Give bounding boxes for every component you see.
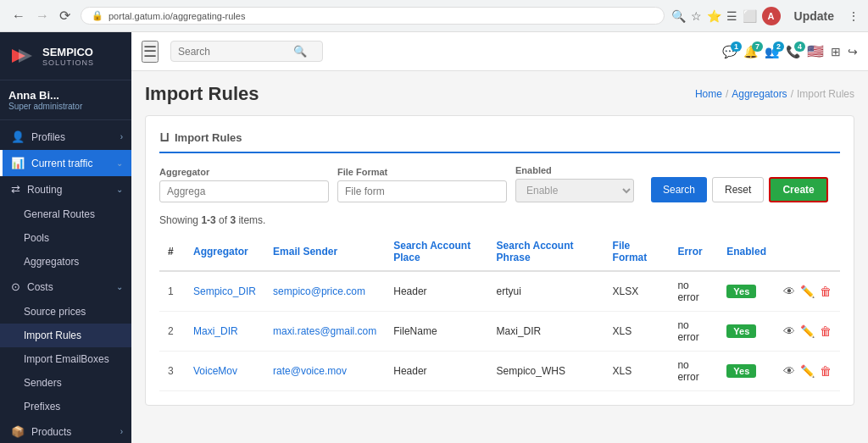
sidebar-item-routing[interactable]: ⇄ Routing ⌄ bbox=[0, 176, 131, 202]
col-error[interactable]: Error bbox=[669, 233, 718, 271]
cell-email: maxi.rates@gmail.com bbox=[264, 312, 385, 352]
alert-badge: 7 bbox=[752, 42, 763, 52]
star-icon[interactable]: ⭐ bbox=[707, 9, 721, 23]
sidebar-item-profiles[interactable]: 👤 Profiles › bbox=[0, 124, 131, 150]
sidebar-item-costs[interactable]: ⊙ Costs ⌄ bbox=[0, 274, 131, 300]
sidebar-item-products[interactable]: 📦 Products › bbox=[0, 418, 131, 443]
sidebar-item-source-prices[interactable]: Source prices bbox=[0, 300, 131, 324]
sidebar-item-senders[interactable]: Senders bbox=[0, 371, 131, 395]
sidebar-label-prefixes: Prefixes bbox=[24, 401, 60, 413]
delete-button[interactable]: 🗑 bbox=[820, 324, 832, 338]
view-button[interactable]: 👁 bbox=[783, 285, 795, 298]
breadcrumb-aggregators[interactable]: Aggregators bbox=[732, 88, 787, 100]
col-file-format[interactable]: File Format bbox=[604, 233, 670, 271]
topbar: ☰ 🔍 💬1 🔔7 👥2 📞4 🇺🇸 ⊞ bbox=[131, 32, 868, 71]
cell-aggregator[interactable]: VoiceMov bbox=[185, 352, 264, 391]
menu-browser-icon[interactable]: ☰ bbox=[726, 9, 737, 23]
table-body: 1 Sempico_DIR sempico@price.com Header e… bbox=[159, 271, 840, 391]
cell-aggregator[interactable]: Maxi_DIR bbox=[185, 312, 264, 352]
reload-button[interactable]: ⟳ bbox=[56, 6, 74, 25]
col-email-sender[interactable]: Email Sender bbox=[264, 233, 385, 271]
delete-button[interactable]: 🗑 bbox=[820, 285, 832, 298]
aggregator-input[interactable] bbox=[159, 180, 329, 202]
sidebar-item-import-emailboxes[interactable]: Import EmailBoxes bbox=[0, 347, 131, 371]
products-icon: 📦 bbox=[11, 425, 25, 438]
search-input[interactable] bbox=[178, 46, 288, 58]
bookmark-icon[interactable]: ☆ bbox=[691, 9, 702, 23]
browser-navigation[interactable]: ← → ⟳ bbox=[8, 6, 74, 25]
chevron-costs: ⌄ bbox=[116, 282, 123, 291]
cell-enabled: Yes bbox=[718, 312, 775, 352]
cell-error: no error bbox=[669, 312, 718, 352]
sidebar-menu: 👤 Profiles › 📊 Current traffic ⌄ ⇄ Routi… bbox=[0, 120, 131, 443]
sidebar-label-pools: Pools bbox=[24, 232, 49, 244]
chevron-routing: ⌄ bbox=[116, 185, 123, 194]
sidebar-label-products: Products bbox=[31, 426, 71, 438]
grid-view-icon[interactable]: ⊞ bbox=[831, 45, 841, 58]
sidebar-item-general-routes[interactable]: General Routes bbox=[0, 202, 131, 226]
sidebar-item-import-rules[interactable]: Import Rules bbox=[0, 324, 131, 347]
more-options-icon[interactable]: ⋮ bbox=[848, 9, 860, 23]
users-icon-btn[interactable]: 👥2 bbox=[765, 45, 779, 58]
chat-icon-btn[interactable]: 💬1 bbox=[722, 45, 737, 58]
url-text: portal.gatum.io/aggregating-rules bbox=[108, 11, 245, 21]
col-num[interactable]: # bbox=[159, 233, 185, 271]
sidebar-label-general-routes: General Routes bbox=[24, 208, 95, 220]
cell-enabled: Yes bbox=[718, 352, 775, 391]
col-enabled[interactable]: Enabled bbox=[718, 233, 775, 271]
email-link[interactable]: rate@voice.mov bbox=[273, 365, 347, 377]
col-search-account-place[interactable]: Search Account Place bbox=[385, 233, 487, 271]
sidebar-item-pools[interactable]: Pools bbox=[0, 226, 131, 250]
create-button[interactable]: Create bbox=[769, 177, 827, 202]
back-button[interactable]: ← bbox=[8, 6, 29, 25]
svg-marker-1 bbox=[19, 49, 32, 63]
edit-button[interactable]: ✏️ bbox=[800, 285, 815, 298]
col-search-account-phrase[interactable]: Search Account Phrase bbox=[488, 233, 604, 271]
address-bar[interactable]: 🔒 portal.gatum.io/aggregating-rules bbox=[81, 7, 665, 25]
forward-button[interactable]: → bbox=[32, 6, 53, 25]
extension-icon[interactable]: ⬜ bbox=[743, 9, 757, 23]
sidebar-label-aggregators: Aggregators bbox=[24, 256, 79, 268]
search-browser-icon[interactable]: 🔍 bbox=[671, 9, 686, 23]
alert-icon-btn[interactable]: 🔔7 bbox=[743, 45, 758, 58]
edit-button[interactable]: ✏️ bbox=[800, 364, 815, 378]
aggregator-link[interactable]: Maxi_DIR bbox=[193, 325, 238, 337]
cell-aggregator[interactable]: Sempico_DIR bbox=[185, 271, 264, 312]
sidebar-item-current-traffic[interactable]: 📊 Current traffic ⌄ bbox=[0, 150, 131, 176]
cell-file-format: XLSX bbox=[604, 271, 670, 312]
filter-buttons: Search Reset Create bbox=[651, 177, 828, 202]
update-button[interactable]: Update bbox=[786, 7, 843, 25]
topbar-right: 💬1 🔔7 👥2 📞4 🇺🇸 ⊞ ↪ bbox=[722, 43, 858, 59]
hamburger-menu[interactable]: ☰ bbox=[142, 41, 159, 63]
enabled-label: Enabled bbox=[515, 165, 634, 175]
app-container: SEMPICO SOLUTIONS Anna Bi... Super admin… bbox=[0, 32, 868, 443]
enabled-badge: Yes bbox=[726, 285, 756, 298]
email-link[interactable]: sempico@price.com bbox=[273, 285, 365, 297]
table-row: 2 Maxi_DIR maxi.rates@gmail.com FileName… bbox=[159, 312, 840, 352]
enabled-select[interactable]: Enable Yes No bbox=[515, 179, 634, 202]
search-button[interactable]: Search bbox=[651, 177, 707, 202]
sidebar-item-prefixes[interactable]: Prefixes bbox=[0, 395, 131, 418]
col-aggregator[interactable]: Aggregator bbox=[185, 233, 264, 271]
view-button[interactable]: 👁 bbox=[783, 324, 795, 338]
fileformat-input[interactable] bbox=[337, 180, 507, 202]
exit-icon[interactable]: ↪ bbox=[848, 45, 858, 58]
aggregator-link[interactable]: Sempico_DIR bbox=[193, 285, 256, 297]
aggregator-link[interactable]: VoiceMov bbox=[193, 365, 237, 377]
view-button[interactable]: 👁 bbox=[783, 364, 795, 378]
breadcrumb-home[interactable]: Home bbox=[695, 88, 722, 100]
edit-button[interactable]: ✏️ bbox=[800, 324, 815, 338]
delete-button[interactable]: 🗑 bbox=[820, 364, 832, 378]
main-content: Import Rules Home / Aggregators / Import… bbox=[131, 71, 868, 443]
col-actions bbox=[775, 233, 840, 271]
email-link[interactable]: maxi.rates@gmail.com bbox=[273, 325, 376, 337]
import-rules-table: # Aggregator Email Sender Search Account… bbox=[159, 233, 840, 391]
search-box[interactable]: 🔍 bbox=[170, 41, 323, 62]
phone-icon-btn[interactable]: 📞4 bbox=[786, 45, 800, 58]
search-icon: 🔍 bbox=[293, 45, 307, 58]
chevron-products: › bbox=[120, 427, 123, 436]
reset-button[interactable]: Reset bbox=[712, 177, 764, 202]
sidebar-item-aggregators[interactable]: Aggregators bbox=[0, 250, 131, 274]
cell-search-phrase: Sempico_WHS bbox=[488, 352, 604, 391]
sidebar-label-traffic: Current traffic bbox=[31, 158, 92, 169]
